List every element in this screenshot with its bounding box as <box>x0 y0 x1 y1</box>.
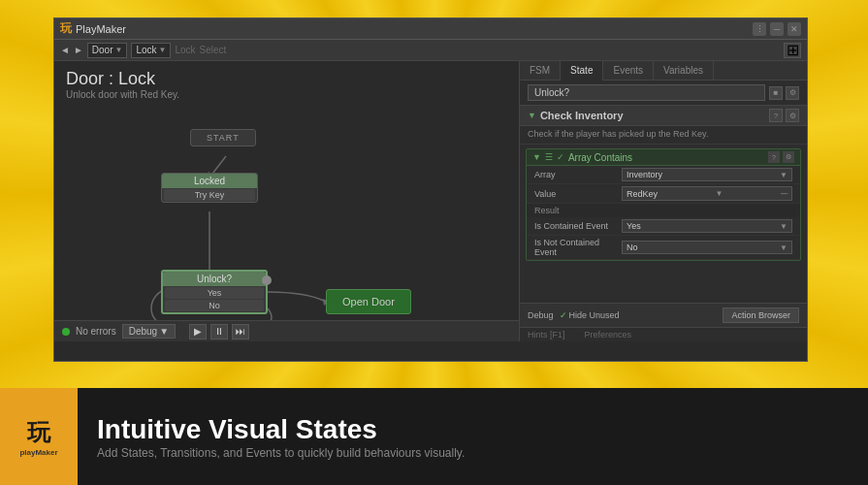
array-value-text: Inventory <box>627 170 662 179</box>
settings-icon[interactable]: ⚙ <box>786 86 799 100</box>
block-list-icon: ☰ <box>545 152 553 162</box>
check-inventory-header: ▼ Check Inventory ? ⚙ <box>520 105 807 126</box>
contained-arrow[interactable]: ▼ <box>780 222 788 231</box>
start-node[interactable]: START <box>190 129 256 146</box>
block-title: Array Contains <box>568 152 764 163</box>
no-event[interactable]: No <box>165 300 264 311</box>
state-name-row: ■ ⚙ <box>520 81 807 105</box>
playmaker-icon: 玩 <box>60 20 72 37</box>
playback-controls: ▶ ⏸ ⏭ <box>189 324 249 340</box>
close-button[interactable]: ✕ <box>788 22 801 36</box>
not-contained-text: No <box>627 242 638 252</box>
block-icons: ? ⚙ <box>768 151 794 163</box>
inspector-tabs: FSM State Events Variables <box>520 61 807 81</box>
section-description: Check if the player has picked up the Re… <box>520 126 807 145</box>
hide-unused-toggle[interactable]: ✓ Hide Unused <box>560 310 620 320</box>
array-field-label: Array <box>534 170 622 179</box>
contained-text: Yes <box>627 221 641 231</box>
contained-label: Is Contained Event <box>534 221 622 231</box>
hide-unused-label: Hide Unused <box>569 310 620 320</box>
window-controls: ⋮ ─ ✕ <box>753 22 801 36</box>
block-check[interactable]: ✓ <box>557 152 564 162</box>
color-icon[interactable]: ■ <box>769 86 783 100</box>
yes-event[interactable]: Yes <box>165 287 264 299</box>
block-help-icon[interactable]: ? <box>768 151 780 163</box>
separator: Lock <box>175 45 195 55</box>
open-door-node[interactable]: Open Door <box>326 289 411 314</box>
unlock-indicator <box>262 275 272 285</box>
block-settings-icon[interactable]: ⚙ <box>783 151 794 163</box>
tab-events[interactable]: Events <box>603 61 654 80</box>
value-field-value[interactable]: RedKey ▼ ─ <box>622 186 792 201</box>
banner-title: Intuitive Visual States <box>97 413 465 446</box>
hints-link[interactable]: Hints [F1] <box>528 330 565 340</box>
value-dropdown-arrow[interactable]: ▼ <box>716 189 723 198</box>
fsm-graph[interactable]: START Locked Try Key Unlock? Yes No Open… <box>54 119 519 341</box>
pause-button[interactable]: ⏸ <box>210 324 228 340</box>
toolbar: ◄ ► Door ▼ Lock ▼ Lock Select ⊞ <box>54 40 807 61</box>
window-title: PlayMaker <box>76 23 753 35</box>
contained-value[interactable]: Yes ▼ <box>622 219 792 233</box>
lock-dropdown[interactable]: Lock ▼ <box>131 43 171 58</box>
value-text: RedKey <box>627 189 658 199</box>
array-contains-block: ▼ ☰ ✓ Array Contains ? ⚙ Array Inventory… <box>526 148 801 261</box>
state-header-icons: ■ ⚙ <box>769 86 799 100</box>
array-dropdown-arrow[interactable]: ▼ <box>780 171 788 179</box>
result-label: Result <box>527 204 800 217</box>
hide-check-icon: ✓ <box>560 310 567 320</box>
menu-button[interactable]: ⋮ <box>753 22 766 36</box>
start-label: START <box>207 133 240 143</box>
fsm-panel: Door : Lock Unlock door with Red Key. <box>54 61 520 341</box>
state-title: Door : Lock <box>66 69 507 89</box>
hints-bar: Hints [F1] Preferences <box>520 327 807 341</box>
status-dot <box>62 328 70 336</box>
forward-arrow[interactable]: ► <box>74 45 83 55</box>
try-key-event[interactable]: Try Key <box>164 189 255 201</box>
fsm-arrows <box>54 119 520 341</box>
section-settings-icon[interactable]: ⚙ <box>786 109 799 122</box>
debug-link[interactable]: Debug <box>528 310 554 320</box>
section-icons: ? ⚙ <box>769 109 799 122</box>
inspector-panel: FSM State Events Variables ■ ⚙ ▼ Check I… <box>520 61 807 341</box>
not-contained-arrow[interactable]: ▼ <box>780 243 788 252</box>
action-browser-button[interactable]: Action Browser <box>723 307 799 323</box>
value-dash[interactable]: ─ <box>781 188 788 199</box>
tab-state[interactable]: State <box>561 61 603 81</box>
locked-header: Locked <box>162 174 257 188</box>
door-dropdown[interactable]: Door ▼ <box>87 43 128 58</box>
logo-text: 玩 <box>19 417 57 448</box>
value-field-label: Value <box>534 189 622 199</box>
collapse-triangle[interactable]: ▼ <box>528 111 536 120</box>
block-triangle[interactable]: ▼ <box>532 152 541 162</box>
not-contained-label: Is Not Contained Event <box>534 238 622 257</box>
unlock-header: Unlock? <box>163 272 266 286</box>
state-name-input[interactable] <box>528 84 765 101</box>
select-label: Select <box>200 45 227 55</box>
preferences-link[interactable]: Preferences <box>585 330 632 340</box>
value-field-row: Value RedKey ▼ ─ <box>527 184 800 204</box>
array-field-value[interactable]: Inventory ▼ <box>622 168 792 181</box>
unlock-state-node[interactable]: Unlock? Yes No <box>161 270 268 314</box>
main-content: Door : Lock Unlock door with Red Key. <box>54 61 807 341</box>
banner-logo: 玩 playMaker <box>0 388 78 485</box>
playmaker-window: 玩 PlayMaker ⋮ ─ ✕ ◄ ► Door ▼ Lock ▼ Lock… <box>53 17 808 362</box>
array-field-row: Array Inventory ▼ <box>527 166 800 184</box>
help-icon[interactable]: ? <box>769 109 783 122</box>
not-contained-value[interactable]: No ▼ <box>622 241 792 254</box>
grid-icon[interactable]: ⊞ <box>784 43 801 58</box>
banner-subtitle: Add States, Transitions, and Events to q… <box>97 446 465 460</box>
banner-text-area: Intuitive Visual States Add States, Tran… <box>78 413 484 460</box>
locked-state-node[interactable]: Locked Try Key <box>161 173 258 203</box>
debug-dropdown[interactable]: Debug ▼ <box>122 324 176 339</box>
titlebar: 玩 PlayMaker ⋮ ─ ✕ <box>54 18 807 40</box>
back-arrow[interactable]: ◄ <box>60 45 70 55</box>
tab-fsm[interactable]: FSM <box>520 61 561 80</box>
minimize-button[interactable]: ─ <box>770 22 784 36</box>
tab-variables[interactable]: Variables <box>654 61 714 80</box>
open-door-label: Open Door <box>342 296 395 307</box>
step-button[interactable]: ⏭ <box>232 324 249 340</box>
play-button[interactable]: ▶ <box>189 324 207 340</box>
array-contains-header: ▼ ☰ ✓ Array Contains ? ⚙ <box>527 149 800 166</box>
bottom-banner: 玩 playMaker Intuitive Visual States Add … <box>0 388 868 485</box>
inspector-bottom-bar: Debug ✓ Hide Unused Action Browser <box>520 303 807 327</box>
